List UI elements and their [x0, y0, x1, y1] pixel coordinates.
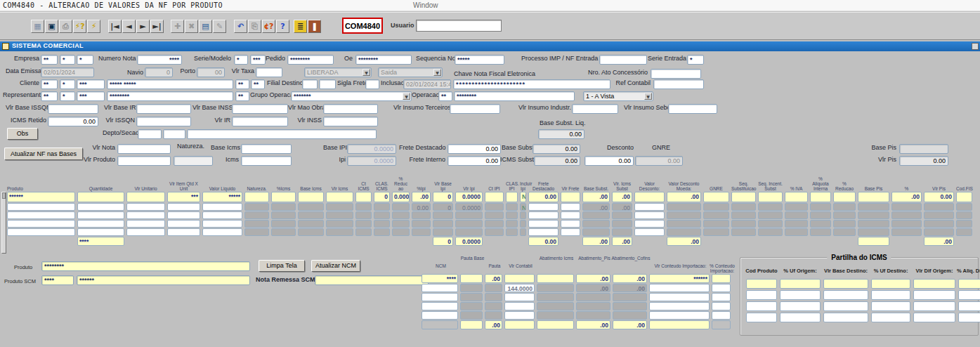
filial-destino-field-1[interactable] — [302, 79, 318, 89]
paste-icon[interactable]: ⎘ — [248, 20, 261, 33]
ncm-cell[interactable] — [485, 284, 502, 292]
screen-icon[interactable]: ▣ — [45, 20, 58, 33]
grid-cell[interactable] — [956, 228, 972, 236]
processo-field[interactable] — [599, 55, 647, 65]
grid-cell[interactable] — [810, 192, 831, 202]
ncm-cell[interactable] — [712, 293, 731, 301]
grid-cell[interactable] — [703, 203, 729, 211]
grid-cell[interactable] — [810, 220, 831, 228]
grid-cell[interactable] — [455, 228, 483, 236]
grid-cell[interactable] — [758, 192, 783, 202]
serie-entrada-field[interactable]: * — [687, 55, 704, 65]
grid-cell[interactable] — [528, 203, 558, 211]
grid-cell[interactable] — [326, 228, 353, 236]
grid-cell[interactable] — [271, 211, 296, 219]
navio-field[interactable]: 0 — [145, 67, 173, 77]
grid-cell[interactable] — [392, 220, 410, 228]
grid-cell[interactable] — [126, 220, 165, 228]
help-icon[interactable]: ? — [276, 20, 289, 33]
grid-cell[interactable] — [77, 211, 124, 219]
grid-cell[interactable]: .00 — [612, 203, 632, 211]
atualizar-ncm-button[interactable]: Atualizar NCM — [311, 260, 360, 272]
grid-cell[interactable] — [126, 203, 165, 211]
grid-cell[interactable] — [244, 220, 269, 228]
grid-cell[interactable] — [634, 203, 665, 211]
ncm-cell[interactable] — [504, 302, 535, 310]
vlr-nota-field[interactable] — [117, 144, 171, 154]
ncm-cell[interactable] — [537, 302, 574, 310]
grid-cell[interactable] — [731, 192, 756, 202]
inclusao-field[interactable]: 02/01/2024 15:45 — [403, 79, 451, 89]
grid-cell[interactable]: .00 — [582, 203, 610, 211]
grid-cell[interactable] — [7, 220, 75, 228]
grid-cell[interactable] — [612, 211, 632, 219]
ncm-cell[interactable] — [504, 274, 535, 283]
grid-cell[interactable] — [810, 203, 831, 211]
empresa-field-1[interactable]: ** — [41, 55, 58, 65]
vlr-mao-obra-field[interactable] — [323, 104, 378, 114]
grupo-operacao-dropdown[interactable]: *******▼ — [291, 91, 412, 101]
cliente-field-1[interactable]: ** — [41, 79, 58, 89]
grid-cell[interactable] — [703, 228, 729, 236]
grid-cell[interactable] — [202, 220, 242, 228]
grid-cell[interactable] — [202, 203, 242, 211]
grid-cell[interactable] — [891, 203, 922, 211]
grid-cell[interactable] — [298, 192, 324, 202]
vlr-insumo-terceiros-field[interactable] — [450, 104, 500, 114]
grid-cell[interactable] — [374, 203, 390, 211]
grid-scrollbar[interactable] — [1, 192, 6, 254]
window-menu[interactable]: Window — [413, 1, 438, 9]
porto-field[interactable]: 00 — [197, 67, 225, 77]
partilha-cell[interactable] — [823, 279, 868, 289]
grid-cell[interactable]: .00 — [612, 192, 632, 202]
grid-cell[interactable] — [7, 228, 75, 236]
ncm-cell[interactable] — [537, 284, 574, 292]
prev-record-icon[interactable]: ◄ — [122, 20, 136, 33]
sigla-frete-field[interactable] — [365, 79, 379, 89]
grid-cell[interactable] — [433, 211, 453, 219]
grid-cell[interactable] — [7, 211, 75, 219]
grid-cell[interactable] — [833, 211, 856, 219]
grid-cell[interactable] — [520, 228, 526, 236]
grid-cell[interactable] — [455, 220, 483, 228]
ncm-cell[interactable] — [422, 302, 458, 310]
ncm-cell[interactable] — [460, 311, 483, 320]
ncm-cell[interactable]: .00 — [576, 274, 610, 283]
grid-cell[interactable] — [858, 203, 889, 211]
grid-cell[interactable] — [167, 211, 200, 219]
grid-cell[interactable] — [271, 228, 296, 236]
grid-cell[interactable] — [731, 211, 756, 219]
base-subst-liq-field[interactable]: 0.00 — [538, 129, 584, 139]
desconto-field[interactable]: 0.00 — [584, 156, 634, 166]
partilha-cell[interactable] — [746, 313, 777, 322]
grid-cell[interactable] — [506, 192, 518, 202]
grid-cell[interactable] — [703, 211, 729, 219]
grid-cell[interactable] — [326, 203, 353, 211]
vlr-issqn-field[interactable] — [136, 117, 191, 126]
grid-cell[interactable] — [244, 203, 269, 211]
ncm-cell[interactable]: .00 — [613, 274, 647, 283]
grid-cell[interactable] — [924, 211, 954, 219]
partilha-cell[interactable] — [958, 279, 980, 289]
depto-secao-desc-field[interactable] — [187, 129, 377, 139]
grid-cell[interactable] — [785, 203, 808, 211]
grid-cell[interactable] — [528, 228, 558, 236]
base-pis-field[interactable] — [899, 144, 948, 154]
grid-cell[interactable] — [392, 203, 410, 211]
frete-destacado-field[interactable]: 0.00 — [447, 144, 501, 154]
grid-cell[interactable] — [956, 220, 972, 228]
grid-cell[interactable] — [858, 211, 889, 219]
dropdown-arrow-icon[interactable]: ▼ — [433, 69, 441, 76]
grid-cell[interactable] — [412, 211, 431, 219]
ncm-cell[interactable] — [613, 302, 647, 310]
representante-field-3[interactable]: *** — [77, 91, 105, 101]
grid-cell[interactable] — [77, 203, 124, 211]
grid-cell[interactable] — [582, 228, 610, 236]
partilha-cell[interactable] — [780, 290, 821, 300]
grid-cell[interactable] — [298, 211, 324, 219]
partilha-cell[interactable] — [958, 290, 980, 300]
grid-cell[interactable]: ***** — [202, 192, 242, 202]
grid-cell[interactable] — [202, 228, 242, 236]
grid-cell[interactable] — [77, 192, 124, 202]
ncm-cell[interactable] — [460, 274, 483, 283]
